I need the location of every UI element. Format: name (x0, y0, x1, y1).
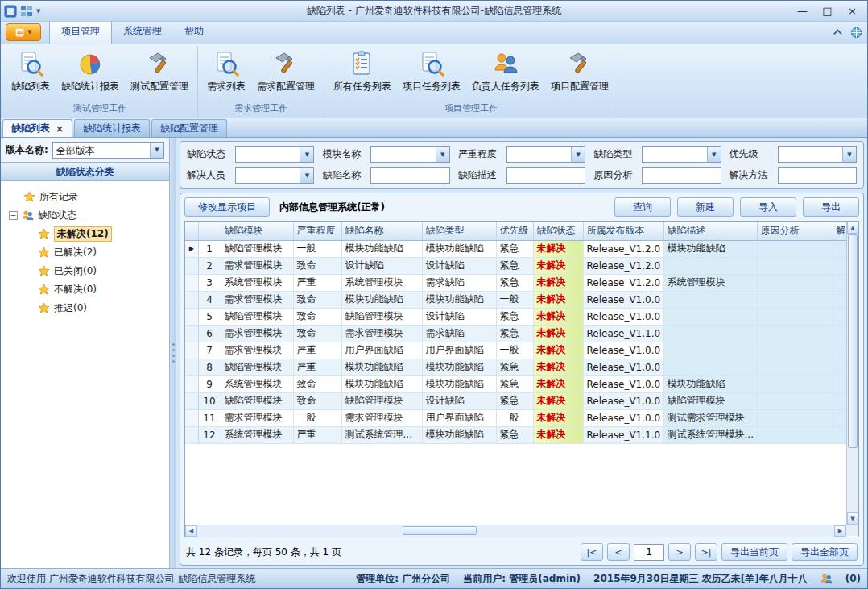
scroll-up-icon[interactable]: ▲ (847, 222, 858, 234)
chevron-down-icon[interactable]: ▼ (842, 147, 856, 162)
maximize-button[interactable]: □ (816, 3, 839, 19)
filter-combo[interactable]: ▼ (370, 146, 449, 163)
defect-grid: 缺陷模块严重程度缺陷名称缺陷类型优先级缺陷状态所属发布版本缺陷描述原因分析解决▶… (184, 221, 859, 537)
table-row[interactable]: 5缺陷管理模块致命缺陷管理模块设计缺陷紧急未解决Release_V1.0.0 (185, 308, 846, 325)
filter-input[interactable] (506, 167, 585, 184)
table-row[interactable]: 6需求管理模块致命需求管理模块需求缺陷紧急未解决Release_V1.1.0 (185, 325, 846, 342)
collapse-ribbon-icon[interactable] (832, 27, 844, 39)
last-page-button[interactable]: >| (695, 543, 717, 561)
prev-page-button[interactable]: < (607, 543, 630, 561)
filter-combo[interactable]: ▼ (506, 146, 585, 163)
column-header-9[interactable]: 解决 (833, 222, 846, 240)
filter-combo[interactable]: ▼ (778, 146, 857, 163)
horizontal-scroll-thumb[interactable] (403, 526, 477, 535)
filter-input[interactable] (642, 167, 721, 184)
tree-item[interactable]: −缺陷状态 (2, 206, 167, 225)
ribbon-button[interactable]: 项目配置管理 (545, 48, 614, 95)
first-page-button[interactable]: |< (581, 543, 603, 561)
column-header-6[interactable]: 所属发布版本 (583, 222, 663, 240)
tree-expander-icon[interactable]: − (9, 211, 18, 220)
chevron-down-icon[interactable]: ▼ (436, 147, 449, 162)
qat-dropdown-icon[interactable]: ▼ (36, 8, 40, 15)
column-header-7[interactable]: 缺陷描述 (663, 222, 757, 240)
column-header-5[interactable]: 缺陷状态 (533, 222, 583, 240)
ribbon-button[interactable]: 项目任务列表 (397, 48, 466, 95)
chevron-down-icon[interactable]: ▼ (300, 168, 313, 183)
grid-icon[interactable] (20, 5, 33, 18)
filter-input[interactable] (370, 167, 449, 184)
chevron-down-icon[interactable]: ▼ (707, 147, 721, 162)
table-row[interactable]: ▶1缺陷管理模块一般模块功能缺陷模块功能缺陷紧急未解决Release_V1.2.… (185, 240, 846, 257)
cell: 需求管理模块 (221, 325, 293, 342)
export-current-page-button[interactable]: 导出当前页 (721, 543, 787, 561)
close-tab-icon[interactable]: × (56, 124, 64, 134)
document-tab-2[interactable]: 缺陷配置管理 (151, 119, 227, 137)
table-row[interactable]: 4需求管理模块致命模块功能缺陷模块功能缺陷一般未解决Release_V1.0.0 (185, 291, 846, 308)
version-combo[interactable]: 全部版本 ▼ (52, 142, 164, 159)
table-row[interactable]: 8缺陷管理模块严重模块功能缺陷模块功能缺陷紧急未解决Release_V1.0.0 (185, 359, 846, 375)
column-header-3[interactable]: 缺陷类型 (422, 222, 496, 240)
scroll-left-icon[interactable]: ◀ (185, 525, 197, 537)
table-row[interactable]: 3系统管理模块严重系统管理模块需求缺陷紧急未解决Release_V1.2.0系统… (185, 274, 846, 291)
tree-item[interactable]: 不解决(0) (2, 280, 167, 299)
ribbon-button[interactable]: 缺陷列表 (6, 48, 56, 95)
chevron-down-icon[interactable]: ▼ (300, 147, 313, 162)
column-header-2[interactable]: 缺陷名称 (341, 222, 422, 240)
close-button[interactable]: × (841, 3, 864, 19)
vertical-scrollbar[interactable]: ▲ ▼ (846, 222, 858, 525)
cell: 缺陷管理模块 (663, 392, 757, 409)
chevron-down-icon[interactable]: ▼ (571, 147, 585, 162)
next-page-button[interactable]: > (668, 543, 691, 561)
filter-combo[interactable]: ▼ (235, 146, 314, 163)
horizontal-scrollbar[interactable]: ◀ ▶ (185, 525, 846, 537)
ribbon-button[interactable]: 负责人任务列表 (466, 48, 545, 95)
document-tab-0[interactable]: 缺陷列表× (2, 119, 72, 137)
tree-item[interactable]: 未解决(12) (2, 225, 167, 243)
scroll-down-icon[interactable]: ▼ (847, 512, 858, 525)
filter-combo[interactable]: ▼ (235, 167, 314, 184)
column-header-1[interactable]: 严重程度 (293, 222, 341, 240)
help-globe-icon[interactable] (850, 27, 862, 39)
vertical-scroll-thumb[interactable] (848, 234, 858, 448)
ribbon-tab-0[interactable]: 项目管理 (49, 20, 112, 44)
column-header-8[interactable]: 原因分析 (757, 222, 833, 240)
chevron-down-icon[interactable]: ▼ (150, 143, 163, 158)
page-number-input[interactable] (634, 544, 664, 561)
modify-columns-button[interactable]: 修改显示项目 (184, 197, 270, 217)
ribbon-button[interactable]: 需求列表 (201, 48, 251, 95)
row-number: 8 (198, 359, 221, 375)
ribbon-button[interactable]: 需求配置管理 (251, 48, 320, 95)
document-tab-1[interactable]: 缺陷统计报表 (74, 119, 150, 137)
table-row[interactable]: 12系统管理模块严重测试系统管理...模块功能缺陷紧急未解决Release_V1… (185, 426, 846, 443)
tree-item[interactable]: 推迟(0) (2, 299, 167, 317)
tree-item[interactable]: 所有记录 (2, 188, 167, 206)
cell: 模块功能缺陷 (341, 291, 422, 308)
filter-input[interactable] (778, 167, 857, 184)
application-menu-button[interactable]: ▼ (6, 23, 41, 41)
ribbon-button-label: 所有任务列表 (333, 80, 391, 93)
column-header-0[interactable]: 缺陷模块 (221, 222, 293, 240)
table-row[interactable]: 10缺陷管理模块致命缺陷管理模块设计缺陷紧急未解决Release_V1.0.0缺… (185, 392, 846, 409)
table-row[interactable]: 9系统管理模块致命模块功能缺陷模块功能缺陷紧急未解决Release_V1.0.0… (185, 375, 846, 392)
ribbon-button[interactable]: 所有任务列表 (328, 48, 397, 95)
table-row[interactable]: 2需求管理模块致命设计缺陷设计缺陷紧急未解决Release_V1.2.0 (185, 257, 846, 274)
ribbon-button[interactable]: 测试配置管理 (125, 48, 194, 95)
action-button-1[interactable]: 新建 (677, 197, 734, 217)
action-button-0[interactable]: 查询 (614, 197, 671, 217)
action-button-2[interactable]: 导入 (740, 197, 796, 217)
action-button-3[interactable]: 导出 (803, 197, 859, 217)
tree-item[interactable]: 已解决(2) (2, 243, 167, 262)
cell (663, 308, 757, 325)
splitter-handle[interactable] (170, 138, 176, 568)
ribbon-tab-1[interactable]: 系统管理 (112, 20, 173, 44)
column-header-4[interactable]: 优先级 (496, 222, 533, 240)
table-row[interactable]: 7需求管理模块严重用户界面缺陷用户界面缺陷一般未解决Release_V1.0.0 (185, 342, 846, 359)
export-all-pages-button[interactable]: 导出全部页 (792, 543, 858, 561)
ribbon-button[interactable]: 缺陷统计报表 (56, 48, 125, 95)
minimize-button[interactable]: — (791, 3, 814, 19)
tree-item[interactable]: 已关闭(0) (2, 262, 167, 280)
ribbon-tab-2[interactable]: 帮助 (173, 20, 215, 44)
filter-combo[interactable]: ▼ (642, 146, 721, 163)
scroll-right-icon[interactable]: ▶ (834, 525, 846, 537)
table-row[interactable]: 11需求管理模块一般需求管理模块用户界面缺陷一般未解决Release_V1.0.… (185, 409, 846, 426)
